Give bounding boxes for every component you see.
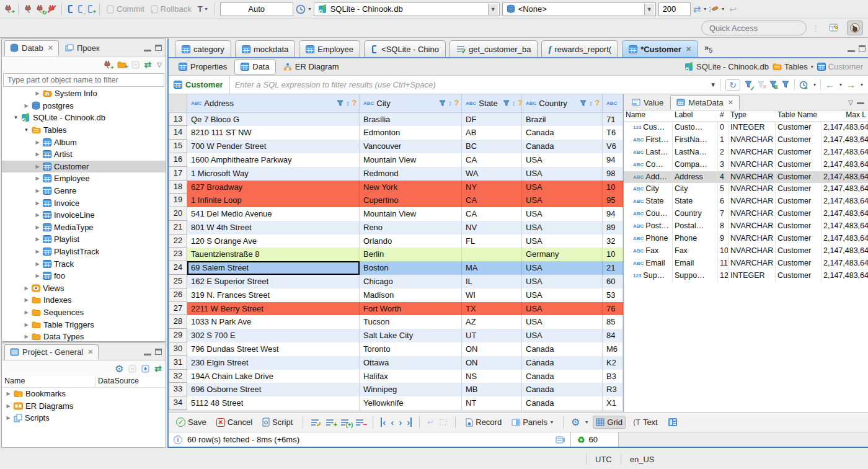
prev-row-button[interactable]: ‹ [391,418,394,427]
tab-er-diagram[interactable]: ER Diagram [277,60,345,74]
cell-country[interactable]: USA [522,194,603,207]
add-row-icon[interactable]: + [326,418,335,426]
disconnect-icon[interactable] [47,4,56,14]
nav-item-customer[interactable]: ▶Customer [2,161,166,173]
expanded-arrow-icon[interactable]: ▼ [13,115,19,120]
cell-city[interactable]: Edmonton [360,126,462,140]
cell-state[interactable]: CA [462,194,522,207]
editor-tab-rewards-report-[interactable]: frewards_report( [541,40,618,57]
cell-address[interactable]: 194A Chain Lake Drive [187,370,360,383]
perspective-dbeaver-button[interactable] [847,20,863,35]
row-number[interactable]: 28 [169,315,187,329]
project-item-er-diagrams[interactable]: ▶ER Diagrams [2,400,166,413]
cell-address[interactable]: 302 S 700 E [187,329,360,342]
cell-address[interactable]: 162 E Superior Street [187,275,360,288]
cell-country[interactable]: USA [522,275,603,288]
cell-country[interactable]: Germany [522,248,603,261]
cell-postal[interactable]: 84 [603,329,623,342]
cell-city[interactable]: New York [360,181,462,194]
cell-country[interactable]: Canada [522,126,603,140]
meta-row[interactable]: 123Sup…Suppo…12INTEGERCustomer2,147,483,… [624,270,868,282]
fetch-size-input[interactable] [658,2,691,16]
cell-postal[interactable]: T6 [603,126,623,140]
nav-item-foo[interactable]: ▶foo [2,270,166,282]
row-number[interactable]: 21 [169,221,187,234]
cell-city[interactable]: Ottawa [360,356,462,370]
cell-country[interactable]: Canada [522,370,603,383]
cell-address[interactable]: 1 Infinite Loop [187,194,360,207]
row-number[interactable]: 25 [169,275,187,288]
collapsed-arrow-icon[interactable]: ▶ [24,322,29,328]
close-icon[interactable]: ✕ [87,348,93,356]
meta-row[interactable]: ABCCo…Compa…3NVARCHARCustomer2,147,483,6… [624,159,868,171]
cell-state[interactable]: WA [462,167,522,181]
cell-city[interactable]: Salt Lake City [360,329,462,342]
meta-column-table-name[interactable]: Table Name [776,110,822,121]
cell-postal[interactable]: B3 [603,370,623,383]
database-combo-arrow[interactable]: ▼ [644,4,654,15]
column-header-State[interactable]: ABCState↕? [462,94,522,112]
nav-new-connection-icon[interactable]: + [103,60,112,69]
collapsed-arrow-icon[interactable]: ▶ [35,91,40,96]
meta-column--[interactable]: # [718,110,728,121]
cell-city[interactable]: Halifax [360,370,462,383]
tab-overflow-indicator[interactable]: »5 [702,43,715,54]
meta-column-name[interactable]: Name [624,110,673,121]
cell-state[interactable]: WI [462,288,522,302]
collapsed-arrow-icon[interactable]: ▶ [35,261,40,267]
editor-tab-category[interactable]: category [175,40,231,57]
expand-all-icon[interactable] [141,365,149,373]
minimize-view-icon[interactable] [144,50,151,51]
new-sql-editor-icon[interactable]: + [87,4,94,14]
row-number[interactable]: 33 [169,383,187,396]
cell-address[interactable]: 696 Osborne Street [187,383,360,396]
nav-new-folder-icon[interactable]: + [117,61,126,69]
cell-state[interactable]: ON [462,342,522,356]
cell-state[interactable]: ON [462,356,522,370]
meta-column-label[interactable]: Label [673,110,718,121]
column-header-partial[interactable]: ABC [603,94,623,112]
goto-row-icon[interactable] [439,418,448,426]
editor-tab-employee[interactable]: Employee [299,40,360,57]
cell-country[interactable]: Canada [522,342,603,356]
cell-state[interactable]: BC [462,140,522,153]
cell-postal[interactable]: 10 [603,181,623,194]
cell-city[interactable]: Redmond [360,167,462,181]
tab-value[interactable]: Value [626,95,669,110]
recent-sql-editor-icon[interactable]: → [77,4,84,14]
cell-state[interactable]: CA [462,207,522,221]
row-number[interactable]: 34 [169,396,187,410]
connect-icon[interactable] [24,4,33,14]
nav-item-genre[interactable]: ▶Genre [2,185,166,197]
cell-country[interactable]: USA [522,261,603,275]
meta-row[interactable]: ABCPhonePhone9NVARCHARCustomer2,147,483,… [624,233,868,245]
filter-table-ref[interactable]: Customer [169,76,230,94]
nav-item-views[interactable]: ▶Views [2,282,166,295]
collapsed-arrow-icon[interactable]: ▶ [35,164,40,169]
row-number[interactable]: 24 [169,261,187,275]
project-item-bookmarks[interactable]: ▶★Bookmarks [2,388,166,400]
collapsed-arrow-icon[interactable]: ▶ [6,403,11,409]
sort-icon[interactable]: ↕ [589,99,593,107]
apply-filter-icon[interactable]: ✓ [745,81,753,89]
collapsed-arrow-icon[interactable]: ▶ [35,249,40,254]
cell-country[interactable]: USA [522,315,603,329]
cell-state[interactable]: FL [462,234,522,248]
fetch-prev-icon[interactable]: ← [825,80,835,89]
meta-row[interactable]: ABCCou…Country7NVARCHARCustomer2,147,483… [624,208,868,220]
refresh-icon[interactable]: ↻ [725,79,740,91]
cell-postal[interactable]: V6 [603,140,623,153]
cell-city[interactable]: Berlin [360,248,462,261]
txn-log-clock-icon[interactable] [296,4,306,14]
breadcrumb-connection[interactable]: SQLite - Chinook.db [684,62,769,71]
cell-address[interactable]: 120 S Orange Ave [187,234,360,248]
cell-state[interactable]: MB [462,383,522,396]
commit-button[interactable]: Commit [105,3,146,15]
tab-data[interactable]: Data [234,60,275,74]
cell-city[interactable]: Madison [360,288,462,302]
row-number[interactable]: 13 [169,113,187,127]
cell-city[interactable]: Mountain View [360,207,462,221]
cell-city[interactable]: Tucson [360,315,462,329]
row-number[interactable]: 26 [169,288,187,302]
cell-country[interactable]: Canada [522,383,603,396]
